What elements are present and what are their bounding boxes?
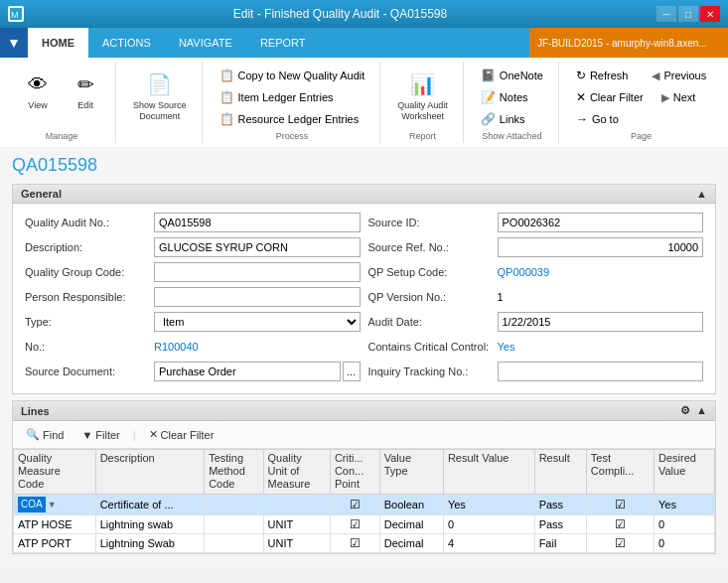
tab-report[interactable]: REPORT: [246, 28, 320, 58]
lines-header-controls: ⚙ ▲: [680, 404, 707, 417]
table-row[interactable]: ATP PORT Lightning Swab UNIT ☑ Decimal 4…: [14, 533, 715, 552]
goto-icon: →: [576, 112, 588, 126]
onenote-label: OneNote: [500, 70, 543, 81]
view-label: View: [28, 100, 47, 111]
table-row[interactable]: ATP HOSE Lightning swab UNIT ☑ Decimal 0…: [14, 514, 715, 533]
clear-filter-button[interactable]: ✕ Clear Filter ▶ Next: [569, 87, 713, 107]
server-info: JF-BUILD2015 - amurphy-win8.axen...: [529, 28, 728, 58]
source-ref-row: Source Ref. No.:: [368, 236, 704, 258]
previous-label: Previous: [663, 70, 706, 81]
tab-actions[interactable]: ACTIONS: [88, 28, 165, 58]
source-ref-input[interactable]: [498, 237, 704, 257]
source-id-input[interactable]: [498, 213, 704, 232]
col-result: Result: [534, 450, 586, 495]
ribbon-content: 👁 View ✏ Edit Manage 📄 Show SourceDocume…: [0, 58, 728, 147]
edit-icon: ✏: [72, 71, 99, 98]
inquiry-tracking-input[interactable]: [498, 362, 704, 381]
edit-label: Edit: [77, 100, 93, 111]
view-button[interactable]: 👁 View: [16, 66, 60, 116]
lines-clear-filter-button[interactable]: ✕ Clear Filter: [144, 425, 219, 444]
ribbon-group-report: 📊 Quality AuditWorksheet Report: [382, 62, 464, 143]
item-ledger-button[interactable]: 📋 Item Ledger Entries: [213, 87, 372, 107]
section-collapse-icon[interactable]: ▲: [696, 188, 707, 200]
description-input[interactable]: [154, 237, 361, 257]
find-button[interactable]: 🔍 Find: [21, 425, 69, 444]
edit-button[interactable]: ✏ Edit: [64, 66, 107, 116]
source-doc-input-group: …: [154, 362, 361, 381]
onenote-icon: 📓: [481, 69, 496, 82]
row-dropdown[interactable]: ▼: [48, 500, 57, 510]
manage-group-label: Manage: [16, 129, 107, 143]
qp-version-label: QP Version No.:: [368, 291, 498, 303]
no-link[interactable]: R100040: [154, 341, 199, 353]
lines-collapse-icon[interactable]: ▲: [696, 404, 707, 417]
source-doc-input[interactable]: [154, 362, 341, 381]
refresh-icon: ↻: [576, 69, 586, 82]
tab-home[interactable]: HOME: [28, 28, 88, 58]
quality-group-label: Quality Group Code:: [25, 266, 154, 278]
form-right: Source ID: Source Ref. No.: QP Setup Cod…: [364, 212, 708, 385]
resource-ledger-button[interactable]: 📋 Resource Ledger Entries: [213, 109, 372, 129]
clear-filter-label: Clear Filter: [590, 91, 644, 103]
row1-testing-method: [205, 494, 263, 514]
coa-cell: COA ▼: [18, 497, 91, 512]
qp-version-value: 1: [498, 291, 704, 303]
audit-no-row: Quality Audit No.:: [25, 212, 361, 233]
qp-setup-link[interactable]: QP000039: [498, 266, 550, 278]
general-section: General ▲ Quality Audit No.: Description…: [12, 184, 716, 394]
show-source-button[interactable]: 📄 Show SourceDocument: [126, 66, 194, 127]
quality-group-value: [154, 262, 361, 282]
refresh-button[interactable]: ↻ Refresh ◀ Previous: [569, 66, 713, 85]
notes-button[interactable]: 📝 Notes: [474, 87, 550, 107]
source-doc-browse-button[interactable]: …: [343, 362, 361, 381]
type-value: Item: [154, 312, 361, 332]
no-row: No.: R100040: [25, 336, 361, 358]
tab-navigate[interactable]: NAVIGATE: [165, 28, 246, 58]
minimize-button[interactable]: ─: [656, 6, 676, 22]
source-id-row: Source ID:: [368, 212, 704, 233]
col-value-type: ValueType: [379, 450, 443, 495]
description-value: [154, 237, 361, 257]
clear-filter-icon: ✕: [576, 90, 586, 104]
close-button[interactable]: ✕: [700, 6, 720, 22]
quality-group-input[interactable]: [154, 262, 361, 282]
audit-date-label: Audit Date:: [368, 316, 498, 328]
onenote-button[interactable]: 📓 OneNote: [474, 66, 550, 85]
lines-table: QualityMeasureCode Description TestingMe…: [13, 449, 715, 553]
links-button[interactable]: 🔗 Links: [474, 109, 550, 129]
audit-no-value: [154, 213, 361, 232]
person-responsible-value: [154, 287, 361, 307]
audit-date-input[interactable]: [498, 312, 704, 332]
notes-icon: 📝: [481, 90, 496, 104]
type-select[interactable]: Item: [154, 312, 361, 332]
filter-button[interactable]: ▼ Filter: [76, 426, 124, 444]
ribbon-tabs: ▼ HOME ACTIONS NAVIGATE REPORT JF-BUILD2…: [0, 28, 728, 58]
qa-worksheet-button[interactable]: 📊 Quality AuditWorksheet: [390, 66, 455, 127]
row1-quality-uom: [263, 494, 330, 514]
source-buttons: 📄 Show SourceDocument: [126, 62, 194, 139]
filter-label: Filter: [95, 429, 119, 441]
row1-test-compliant: ☑: [586, 494, 654, 514]
ribbon-dropdown-button[interactable]: ▼: [0, 28, 28, 58]
person-responsible-input[interactable]: [154, 287, 361, 307]
maximize-button[interactable]: □: [678, 6, 698, 22]
goto-button[interactable]: → Go to: [569, 109, 713, 129]
lines-settings-icon[interactable]: ⚙: [680, 404, 690, 417]
content-area: QA015598 General ▲ Quality Audit No.:: [0, 147, 728, 568]
row3-result: Fail: [534, 533, 586, 552]
window-title: Edit - Finished Quality Audit - QA015598: [24, 7, 656, 21]
item-ledger-label: Item Ledger Entries: [238, 91, 334, 103]
qp-setup-label: QP Setup Code:: [368, 266, 498, 278]
person-responsible-label: Person Responsible:: [25, 291, 154, 303]
manage-buttons: 👁 View ✏ Edit: [16, 62, 107, 129]
audit-no-input[interactable]: [154, 213, 361, 232]
row1-value-type: Boolean: [379, 494, 443, 514]
table-row[interactable]: COA ▼ Certificate of ... ☑ Boolean Yes P…: [14, 494, 715, 514]
row2-desired-value: 0: [654, 514, 714, 533]
copy-quality-audit-button[interactable]: 📋 Copy to New Quality Audit: [213, 66, 372, 85]
source-doc-label-field: Source Document:: [25, 365, 154, 377]
svg-text:M: M: [11, 10, 19, 20]
row3-description: Lightning Swab: [95, 533, 204, 552]
person-responsible-row: Person Responsible:: [25, 286, 361, 308]
page-title: QA015598: [12, 155, 716, 176]
